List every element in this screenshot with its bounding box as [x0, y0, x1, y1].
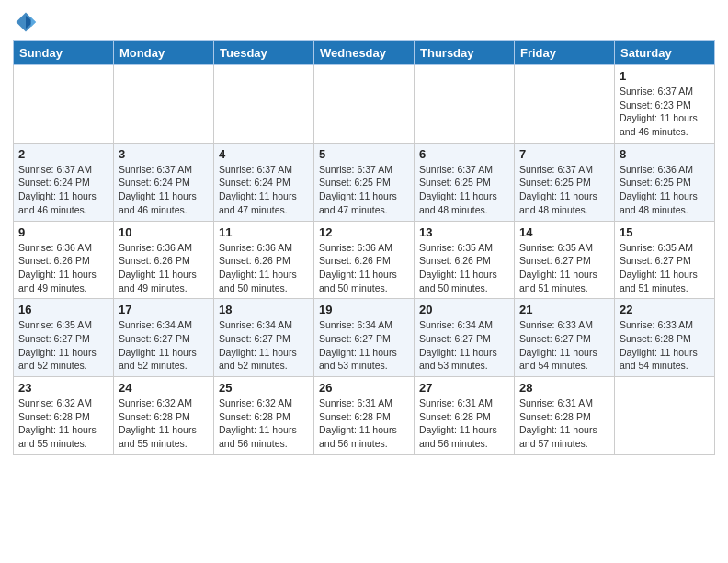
day-number: 3	[119, 147, 209, 161]
calendar-cell: 9Sunrise: 6:36 AM Sunset: 6:26 PM Daylig…	[14, 221, 114, 299]
day-number: 19	[319, 303, 409, 316]
day-header-sunday: Sunday	[14, 41, 114, 65]
calendar-cell: 24Sunrise: 6:32 AM Sunset: 6:28 PM Dayli…	[114, 377, 214, 455]
day-number: 12	[319, 225, 409, 239]
logo	[13, 9, 42, 35]
day-info: Sunrise: 6:37 AM Sunset: 6:25 PM Dayligh…	[319, 163, 409, 217]
day-info: Sunrise: 6:34 AM Sunset: 6:27 PM Dayligh…	[319, 318, 409, 373]
calendar-week-1: 1Sunrise: 6:37 AM Sunset: 6:23 PM Daylig…	[14, 65, 715, 144]
logo-icon	[13, 9, 39, 35]
calendar-cell: 18Sunrise: 6:34 AM Sunset: 6:27 PM Dayli…	[214, 299, 314, 377]
calendar-cell	[415, 65, 515, 144]
day-info: Sunrise: 6:31 AM Sunset: 6:28 PM Dayligh…	[319, 396, 409, 451]
day-info: Sunrise: 6:37 AM Sunset: 6:24 PM Dayligh…	[119, 163, 209, 217]
day-info: Sunrise: 6:35 AM Sunset: 6:27 PM Dayligh…	[519, 241, 609, 295]
day-info: Sunrise: 6:33 AM Sunset: 6:27 PM Dayligh…	[519, 318, 609, 373]
calendar-cell: 17Sunrise: 6:34 AM Sunset: 6:27 PM Dayli…	[114, 299, 214, 377]
calendar-cell: 21Sunrise: 6:33 AM Sunset: 6:27 PM Dayli…	[515, 299, 615, 377]
calendar-cell: 5Sunrise: 6:37 AM Sunset: 6:25 PM Daylig…	[314, 143, 415, 221]
day-number: 6	[419, 147, 509, 161]
day-info: Sunrise: 6:37 AM Sunset: 6:25 PM Dayligh…	[419, 163, 509, 217]
day-info: Sunrise: 6:35 AM Sunset: 6:27 PM Dayligh…	[18, 318, 108, 373]
day-info: Sunrise: 6:32 AM Sunset: 6:28 PM Dayligh…	[18, 396, 108, 451]
header	[13, 9, 715, 35]
day-number: 21	[519, 303, 609, 316]
svg-marker-2	[31, 17, 37, 27]
day-number: 14	[519, 225, 609, 239]
calendar-cell: 2Sunrise: 6:37 AM Sunset: 6:24 PM Daylig…	[14, 143, 114, 221]
day-info: Sunrise: 6:34 AM Sunset: 6:27 PM Dayligh…	[219, 318, 309, 373]
day-number: 27	[419, 381, 509, 395]
calendar-cell: 10Sunrise: 6:36 AM Sunset: 6:26 PM Dayli…	[114, 221, 214, 299]
day-number: 10	[119, 225, 209, 239]
calendar-cell: 23Sunrise: 6:32 AM Sunset: 6:28 PM Dayli…	[14, 377, 114, 455]
calendar-cell: 15Sunrise: 6:35 AM Sunset: 6:27 PM Dayli…	[615, 221, 715, 299]
day-header-tuesday: Tuesday	[214, 41, 314, 65]
calendar-cell: 19Sunrise: 6:34 AM Sunset: 6:27 PM Dayli…	[314, 299, 415, 377]
day-number: 16	[18, 303, 108, 316]
day-info: Sunrise: 6:37 AM Sunset: 6:24 PM Dayligh…	[219, 163, 309, 217]
day-header-monday: Monday	[114, 41, 214, 65]
day-number: 5	[319, 147, 409, 161]
day-header-saturday: Saturday	[615, 41, 715, 65]
day-number: 24	[119, 381, 209, 395]
day-number: 25	[219, 381, 309, 395]
calendar-table: SundayMondayTuesdayWednesdayThursdayFrid…	[13, 40, 715, 455]
calendar-cell: 26Sunrise: 6:31 AM Sunset: 6:28 PM Dayli…	[314, 377, 415, 455]
day-info: Sunrise: 6:31 AM Sunset: 6:28 PM Dayligh…	[519, 396, 609, 451]
calendar-cell: 1Sunrise: 6:37 AM Sunset: 6:23 PM Daylig…	[615, 65, 715, 144]
day-number: 9	[18, 225, 108, 239]
day-info: Sunrise: 6:34 AM Sunset: 6:27 PM Dayligh…	[119, 318, 209, 373]
calendar-week-3: 9Sunrise: 6:36 AM Sunset: 6:26 PM Daylig…	[14, 221, 715, 299]
day-number: 17	[119, 303, 209, 316]
day-info: Sunrise: 6:32 AM Sunset: 6:28 PM Dayligh…	[119, 396, 209, 451]
calendar-cell	[515, 65, 615, 144]
day-number: 2	[18, 147, 108, 161]
calendar-cell: 14Sunrise: 6:35 AM Sunset: 6:27 PM Dayli…	[515, 221, 615, 299]
calendar-cell: 22Sunrise: 6:33 AM Sunset: 6:28 PM Dayli…	[615, 299, 715, 377]
day-header-wednesday: Wednesday	[314, 41, 415, 65]
day-number: 26	[319, 381, 409, 395]
calendar-cell: 28Sunrise: 6:31 AM Sunset: 6:28 PM Dayli…	[515, 377, 615, 455]
day-info: Sunrise: 6:33 AM Sunset: 6:28 PM Dayligh…	[620, 318, 710, 373]
day-number: 1	[620, 69, 710, 83]
day-info: Sunrise: 6:34 AM Sunset: 6:27 PM Dayligh…	[419, 318, 509, 373]
calendar-cell: 16Sunrise: 6:35 AM Sunset: 6:27 PM Dayli…	[14, 299, 114, 377]
calendar-cell: 27Sunrise: 6:31 AM Sunset: 6:28 PM Dayli…	[415, 377, 515, 455]
day-info: Sunrise: 6:37 AM Sunset: 6:23 PM Dayligh…	[620, 85, 710, 139]
day-number: 23	[18, 381, 108, 395]
day-info: Sunrise: 6:32 AM Sunset: 6:28 PM Dayligh…	[219, 396, 309, 451]
day-number: 28	[519, 381, 609, 395]
calendar-week-2: 2Sunrise: 6:37 AM Sunset: 6:24 PM Daylig…	[14, 143, 715, 221]
calendar-cell: 4Sunrise: 6:37 AM Sunset: 6:24 PM Daylig…	[214, 143, 314, 221]
calendar-cell: 3Sunrise: 6:37 AM Sunset: 6:24 PM Daylig…	[114, 143, 214, 221]
day-number: 13	[419, 225, 509, 239]
calendar-cell	[214, 65, 314, 144]
calendar-cell: 8Sunrise: 6:36 AM Sunset: 6:25 PM Daylig…	[615, 143, 715, 221]
day-info: Sunrise: 6:36 AM Sunset: 6:25 PM Dayligh…	[620, 163, 710, 217]
calendar-cell: 12Sunrise: 6:36 AM Sunset: 6:26 PM Dayli…	[314, 221, 415, 299]
calendar-cell: 7Sunrise: 6:37 AM Sunset: 6:25 PM Daylig…	[515, 143, 615, 221]
calendar-cell: 20Sunrise: 6:34 AM Sunset: 6:27 PM Dayli…	[415, 299, 515, 377]
day-info: Sunrise: 6:35 AM Sunset: 6:27 PM Dayligh…	[620, 241, 710, 295]
day-number: 8	[620, 147, 710, 161]
day-number: 7	[519, 147, 609, 161]
day-number: 11	[219, 225, 309, 239]
day-number: 4	[219, 147, 309, 161]
calendar-cell: 11Sunrise: 6:36 AM Sunset: 6:26 PM Dayli…	[214, 221, 314, 299]
day-number: 22	[620, 303, 710, 316]
day-number: 20	[419, 303, 509, 316]
day-number: 15	[620, 225, 710, 239]
day-info: Sunrise: 6:31 AM Sunset: 6:28 PM Dayligh…	[419, 396, 509, 451]
calendar-cell	[615, 377, 715, 455]
calendar-cell: 25Sunrise: 6:32 AM Sunset: 6:28 PM Dayli…	[214, 377, 314, 455]
day-header-thursday: Thursday	[415, 41, 515, 65]
day-info: Sunrise: 6:36 AM Sunset: 6:26 PM Dayligh…	[119, 241, 209, 295]
day-info: Sunrise: 6:35 AM Sunset: 6:26 PM Dayligh…	[419, 241, 509, 295]
calendar-cell: 6Sunrise: 6:37 AM Sunset: 6:25 PM Daylig…	[415, 143, 515, 221]
day-info: Sunrise: 6:36 AM Sunset: 6:26 PM Dayligh…	[18, 241, 108, 295]
day-info: Sunrise: 6:37 AM Sunset: 6:24 PM Dayligh…	[18, 163, 108, 217]
calendar-week-4: 16Sunrise: 6:35 AM Sunset: 6:27 PM Dayli…	[14, 299, 715, 377]
day-info: Sunrise: 6:37 AM Sunset: 6:25 PM Dayligh…	[519, 163, 609, 217]
day-info: Sunrise: 6:36 AM Sunset: 6:26 PM Dayligh…	[319, 241, 409, 295]
